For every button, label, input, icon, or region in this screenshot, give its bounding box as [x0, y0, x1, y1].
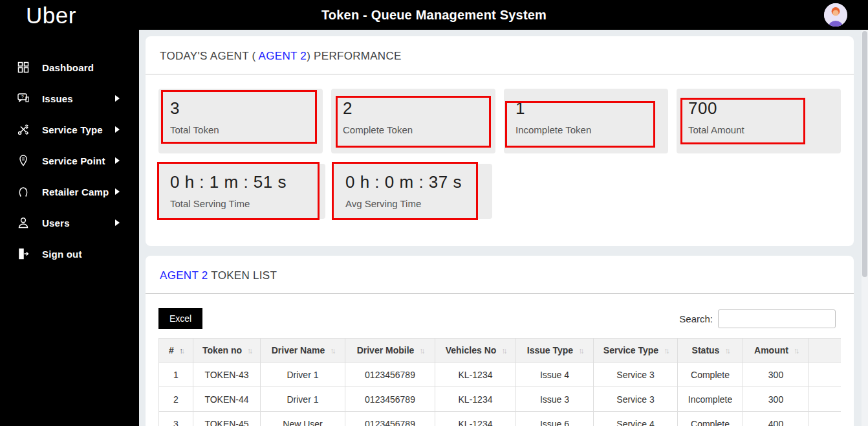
- performance-panel: TODAY'S AGENT ( AGENT 2) PERFORMANCE 3To…: [146, 36, 854, 246]
- sort-icon: ↑↓: [419, 346, 423, 355]
- sidebar-item-service-type[interactable]: Service Type: [0, 114, 139, 145]
- token-list-title-suffix: TOKEN LIST: [208, 269, 277, 282]
- column-header-amount[interactable]: Amount↑↓: [743, 339, 809, 363]
- column-header-driver-mobile[interactable]: Driver Mobile↑↓: [345, 339, 435, 363]
- chevron-right-icon: [115, 157, 120, 164]
- table-cell: Service 4: [594, 412, 678, 426]
- chevron-right-icon: [115, 219, 120, 226]
- column-label: #: [169, 345, 174, 355]
- table-cell: Service 3: [594, 387, 678, 412]
- chevron-right-icon: [115, 126, 120, 133]
- tools-icon: [16, 122, 30, 137]
- sidebar-item-label: Service Point: [42, 155, 105, 166]
- sort-icon: ↑↓: [501, 346, 505, 355]
- stat-card-complete-token: 2Complete Token: [331, 89, 495, 153]
- search-input[interactable]: [718, 309, 836, 328]
- stat-card-total-token: 3Total Token: [158, 89, 323, 153]
- stat-label: Incomplete Token: [515, 124, 656, 135]
- sidebar: Uber Dashboard?IssuesService TypeService…: [0, 0, 139, 426]
- token-list-panel-body: Excel Search: #↑↓Token no↑↓Driver Name↑↓…: [146, 294, 854, 426]
- column-header-driver-name[interactable]: Driver Name↑↓: [261, 339, 345, 363]
- stat-value: 3: [170, 98, 311, 118]
- stat-cards-row-1: 3Total Token2Complete Token1Incomplete T…: [158, 89, 841, 153]
- table-body: 1TOKEN-43Driver 10123456789KL-1234Issue …: [159, 363, 841, 426]
- stat-label: Avg Serving Time: [345, 198, 481, 209]
- agent-link[interactable]: AGENT 2: [259, 50, 307, 62]
- sidebar-item-label: Sign out: [42, 249, 82, 260]
- stat-card-total-serving-time: 0 h : 1 m : 51 sTotal Serving Time: [158, 164, 325, 219]
- scrollbar-thumb[interactable]: [862, 31, 867, 277]
- column-label: Issue Type: [527, 345, 573, 355]
- table-cell: 0123456789: [345, 363, 435, 387]
- column-header-token-no[interactable]: Token no↑↓: [193, 339, 261, 363]
- table-cell: Issue 6: [516, 412, 594, 426]
- search-box: Search:: [679, 309, 836, 328]
- column-label: Driver Mobile: [357, 345, 415, 355]
- token-list-title: AGENT 2 TOKEN LIST: [160, 269, 840, 282]
- table-toolbar: Excel Search:: [158, 308, 841, 329]
- column-header-service-type[interactable]: Service Type↑↓: [594, 339, 678, 363]
- sidebar-nav: Dashboard?IssuesService TypeService Poin…: [0, 52, 139, 269]
- sidebar-item-users[interactable]: Users: [0, 207, 139, 238]
- column-label: Driver Name: [272, 345, 325, 355]
- excel-export-button[interactable]: Excel: [158, 308, 202, 329]
- token-table-wrap: #↑↓Token no↑↓Driver Name↑↓Driver Mobile↑…: [158, 338, 841, 426]
- column-header-issue-type[interactable]: Issue Type↑↓: [516, 339, 594, 363]
- performance-panel-header: TODAY'S AGENT ( AGENT 2) PERFORMANCE: [146, 36, 854, 74]
- table-cell: Driver 1: [261, 387, 345, 412]
- vertical-scrollbar: [862, 30, 868, 426]
- table-cell: 400: [743, 412, 809, 426]
- chevron-right-icon: [115, 188, 120, 195]
- sidebar-item-sign-out[interactable]: Sign out: [0, 238, 139, 269]
- agent-link-2[interactable]: AGENT 2: [160, 269, 208, 282]
- sidebar-item-dashboard[interactable]: Dashboard: [0, 52, 139, 83]
- sign-out-icon: [16, 247, 30, 261]
- column-header-status[interactable]: Status↑↓: [678, 339, 743, 363]
- sidebar-item-retailer-camp[interactable]: Retailer Camp: [0, 176, 139, 207]
- stat-card-avg-serving-time: 0 h : 0 m : 37 sAvg Serving Time: [334, 164, 492, 219]
- table-cell: Complete: [678, 412, 743, 426]
- column-label: Vehicles No: [446, 345, 497, 355]
- table-cell: 0123456789: [345, 412, 435, 426]
- column-header-entry[interactable]: Entry↑↓: [809, 339, 841, 363]
- table-cell: Service 3: [594, 363, 678, 387]
- stat-value: 2: [343, 98, 484, 118]
- page-title: Token - Queue Management System: [321, 8, 547, 23]
- table-cell: KL-1234: [435, 363, 516, 387]
- performance-panel-body: 3Total Token2Complete Token1Incomplete T…: [146, 74, 854, 246]
- main-content: TODAY'S AGENT ( AGENT 2) PERFORMANCE 3To…: [139, 30, 862, 426]
- sidebar-item-issues[interactable]: ?Issues: [0, 83, 139, 114]
- sidebar-item-service-point[interactable]: Service Point: [0, 145, 139, 176]
- table-cell: TOKEN-44: [193, 387, 261, 412]
- stat-cards-row-2: 0 h : 1 m : 51 sTotal Serving Time0 h : …: [158, 164, 841, 219]
- performance-title-prefix: TODAY'S AGENT (: [160, 50, 259, 62]
- column-header-[interactable]: #↑↓: [159, 339, 193, 363]
- dashboard-grid-icon: [16, 60, 30, 74]
- stat-label: Complete Token: [343, 124, 484, 135]
- table-header-row: #↑↓Token no↑↓Driver Name↑↓Driver Mobile↑…: [159, 339, 841, 363]
- stat-card-incomplete-token: 1Incomplete Token: [504, 89, 668, 153]
- table-cell: Complete: [678, 363, 743, 387]
- user-avatar[interactable]: [824, 3, 847, 27]
- sort-icon: ↑↓: [247, 346, 251, 355]
- sort-icon: ↑↓: [578, 346, 582, 355]
- table-cell: Issue 4: [516, 363, 594, 387]
- token-list-panel: AGENT 2 TOKEN LIST Excel Search: #↑↓Toke…: [146, 256, 854, 426]
- stat-value: 700: [688, 98, 829, 118]
- sidebar-item-label: Users: [42, 218, 70, 229]
- table-row: 1TOKEN-43Driver 10123456789KL-1234Issue …: [159, 363, 841, 387]
- table-cell: 11-13-2: [809, 387, 841, 412]
- table-cell: 11-13-2: [809, 412, 841, 426]
- column-label: Status: [692, 345, 720, 355]
- stat-value: 0 h : 0 m : 37 s: [345, 172, 481, 192]
- sort-icon: ↑↓: [794, 346, 797, 355]
- stat-label: Total Token: [170, 124, 311, 135]
- sort-icon: ↑↓: [179, 346, 183, 355]
- sort-icon: ↑↓: [330, 346, 334, 355]
- table-cell: 11-13-2: [809, 363, 841, 387]
- search-label: Search:: [679, 313, 713, 324]
- uber-logo: Uber: [0, 0, 139, 48]
- performance-title-suffix: ) PERFORMANCE: [307, 50, 402, 62]
- column-header-vehicles-no[interactable]: Vehicles No↑↓: [435, 339, 516, 363]
- table-cell: 1: [159, 363, 193, 387]
